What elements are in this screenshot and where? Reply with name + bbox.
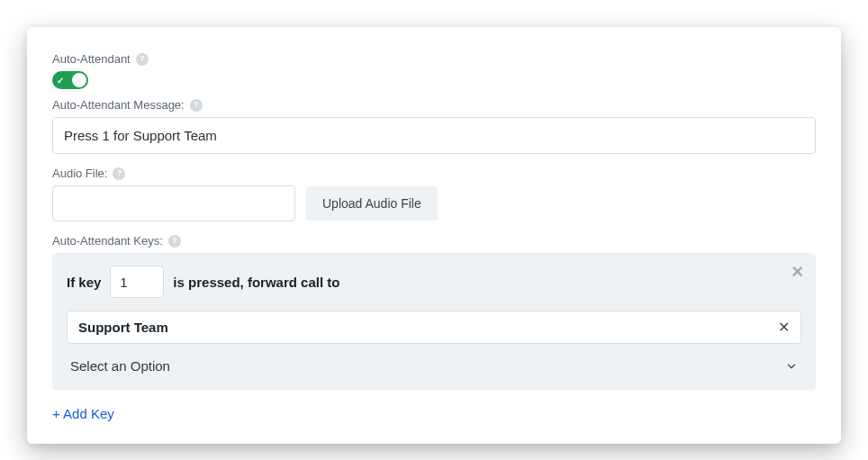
key-condition-row: If key is pressed, forward call to bbox=[67, 266, 801, 298]
toggle-knob bbox=[72, 73, 86, 87]
message-input[interactable] bbox=[52, 117, 816, 154]
help-icon[interactable]: ? bbox=[113, 167, 125, 180]
add-key-button[interactable]: + Add Key bbox=[52, 406, 114, 421]
audio-label: Audio File: bbox=[52, 167, 107, 180]
auto-attendant-label-row: Auto-Attendant ? bbox=[52, 52, 816, 66]
clear-selection-icon[interactable]: ✕ bbox=[778, 320, 790, 335]
audio-label-row: Audio File: ? bbox=[52, 167, 816, 180]
audio-row: Upload Audio File bbox=[52, 185, 816, 221]
keys-label: Auto-Attendant Keys: bbox=[52, 234, 163, 248]
help-icon[interactable]: ? bbox=[168, 235, 181, 248]
chevron-down-icon bbox=[785, 360, 798, 373]
selected-forward-target: Support Team ✕ bbox=[67, 311, 801, 344]
if-key-suffix: is pressed, forward call to bbox=[173, 275, 339, 290]
help-icon[interactable]: ? bbox=[136, 53, 149, 66]
auto-attendant-toggle[interactable]: ✓ bbox=[52, 71, 88, 89]
message-label-row: Auto-Attendant Message: ? bbox=[52, 98, 816, 112]
keys-panel: × If key is pressed, forward call to Sup… bbox=[52, 253, 816, 390]
auto-attendant-card: Auto-Attendant ? ✓ Auto-Attendant Messag… bbox=[27, 27, 841, 444]
keys-label-row: Auto-Attendant Keys: ? bbox=[52, 234, 816, 248]
audio-file-input[interactable] bbox=[52, 185, 295, 221]
message-label: Auto-Attendant Message: bbox=[52, 98, 185, 112]
selected-team-label: Support Team bbox=[78, 320, 168, 335]
check-icon: ✓ bbox=[57, 76, 64, 86]
forward-target-select[interactable]: Select an Option bbox=[67, 353, 801, 375]
upload-button[interactable]: Upload Audio File bbox=[306, 186, 438, 221]
if-key-prefix: If key bbox=[67, 275, 101, 290]
key-number-input[interactable] bbox=[110, 266, 164, 298]
remove-key-icon[interactable]: × bbox=[791, 262, 803, 282]
auto-attendant-label: Auto-Attendant bbox=[52, 52, 131, 66]
help-icon[interactable]: ? bbox=[190, 99, 203, 112]
select-placeholder: Select an Option bbox=[70, 358, 170, 374]
